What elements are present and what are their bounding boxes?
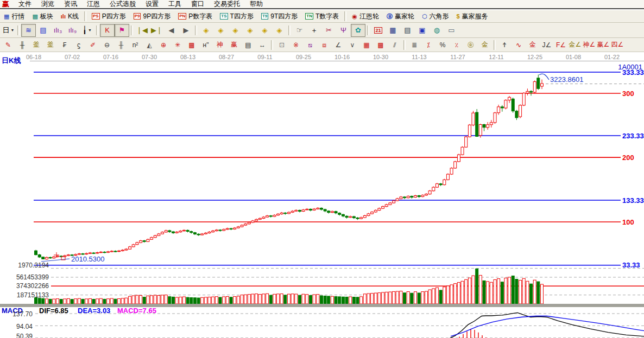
tab-gann-wheel[interactable]: ◉江恩轮 [348, 11, 383, 22]
gold-line-tool[interactable]: 金 [526, 39, 540, 51]
tab-p-table[interactable]: PNP数字表 [174, 11, 216, 22]
gann-flower-icon[interactable]: ✿ [351, 24, 365, 37]
info-panel-icon[interactable]: ▤ [36, 24, 50, 37]
bars-9-icon[interactable]: ılı₉ [65, 24, 80, 37]
tab-p-square[interactable]: PSP四方形 [88, 11, 130, 22]
four-angle-tool[interactable]: 四∠ [610, 39, 624, 51]
period-day-dropdown[interactable]: 日▼ [1, 24, 16, 37]
ying-angle-tool[interactable]: 赢∠ [596, 39, 610, 51]
tab-9p-square[interactable]: P99P四方形 [130, 11, 174, 22]
menu-item[interactable]: 资讯 [59, 0, 82, 9]
red-pen-tool[interactable]: ✎ [1, 39, 15, 51]
calendar-icon[interactable]: 21 [371, 24, 386, 37]
chart-annotations: 2010.5300 3223.8601 [41, 74, 644, 263]
svg-text:01-08: 01-08 [566, 54, 581, 60]
ying-tool[interactable]: 赢 [227, 39, 241, 51]
width-measure-tool[interactable]: ↔ [255, 39, 269, 51]
tab-t-square[interactable]: TST四方形 [216, 11, 257, 22]
h-quote-tool[interactable]: ʜ" [199, 39, 213, 51]
menu-item[interactable]: 工具 [163, 0, 186, 9]
spiral-tool[interactable]: ϛ [72, 39, 86, 51]
gann-ruler-tool[interactable]: ╫ [15, 39, 29, 51]
purple-band-icon[interactable]: Ψ [336, 24, 351, 37]
circle-ruler-tool[interactable]: ⊖ [100, 39, 114, 51]
hand-tool-icon[interactable]: ☞ [292, 24, 307, 37]
j-angle-tool[interactable]: J∠ [540, 39, 554, 51]
f-ruler-tool[interactable]: ₣ [58, 39, 72, 51]
angle-mirror-tool[interactable]: ◭ [142, 39, 156, 51]
tab-t-table[interactable]: TNT数字表 [301, 11, 343, 22]
gold-square-tool-2[interactable]: 釜 [43, 39, 58, 51]
pin-cut-icon[interactable]: ✂ [321, 24, 336, 37]
tab-kline-label: K线 [68, 12, 79, 21]
square-grid-tool[interactable]: ▩ [185, 39, 199, 51]
menu-item[interactable]: 文件 [14, 0, 36, 9]
fan-box-tool[interactable]: ⧅ [303, 39, 317, 51]
web-icon[interactable]: ◍ [430, 24, 444, 37]
menu-item[interactable]: 江恩 [82, 0, 105, 9]
tab-kline[interactable]: ılıK线 [57, 11, 83, 22]
kline-mode-icon[interactable]: K [100, 24, 115, 37]
prev-page-icon[interactable]: ◀ [164, 24, 179, 37]
menu-item[interactable]: 交易委托 [209, 0, 245, 9]
diamond-scroll-left-icon[interactable]: ◈ [199, 24, 213, 37]
kline-chart-canvas[interactable]: 06-1807-0207-1607-3008-1308-2709-1109-25… [0, 52, 644, 338]
candle-style-dropdown[interactable]: ╽▼ [80, 24, 94, 37]
percent-tool[interactable]: % [435, 39, 450, 51]
tab-hexagon[interactable]: ⬡六角形 [418, 11, 453, 22]
bars-3-icon[interactable]: ılı₃ [50, 24, 65, 37]
fan-lines-tool[interactable]: ※ [289, 39, 303, 51]
gold-circle-tool[interactable]: ㊎ [464, 39, 478, 51]
tab-9t-square[interactable]: T99T四方形 [257, 11, 301, 22]
shen-angle-tool[interactable]: 神∠ [582, 39, 596, 51]
trend-curve-icon[interactable]: ≋ [21, 24, 36, 37]
diamond-compress-icon[interactable]: ◈ [257, 24, 272, 37]
last-page-icon[interactable]: ▶❘ [149, 24, 164, 37]
toolbar-separator [494, 40, 496, 50]
box-select-tool[interactable]: ⊡ [275, 39, 289, 51]
ruler-123-tool[interactable]: ▤ [241, 39, 255, 51]
circle-cross-tool[interactable]: ⊕ [156, 39, 171, 51]
first-page-icon[interactable]: ❘◀ [135, 24, 149, 37]
v-lines-tool[interactable]: ∨ [345, 39, 359, 51]
tab-winner-service[interactable]: $赢家服务 [452, 11, 491, 22]
diamond-center-icon[interactable]: ◈ [243, 24, 257, 37]
menu-item[interactable]: 浏览 [36, 0, 59, 9]
parallel-lines-tool[interactable]: ⫽ [388, 39, 402, 51]
menu-item[interactable]: 公式选股 [105, 0, 141, 9]
wave-tool[interactable]: ∿ [512, 39, 526, 51]
fan-box2-tool[interactable]: ⧈ [317, 39, 331, 51]
shen-tool[interactable]: 神 [213, 39, 227, 51]
diamond-both-icon[interactable]: ◈ [228, 24, 243, 37]
tab-quotes[interactable]: ▦行情 [0, 11, 28, 22]
gold-angle2-tool[interactable]: 金∠ [568, 39, 582, 51]
save-icon[interactable]: ▣ [415, 24, 430, 37]
crosshair-icon[interactable]: ＋ [307, 24, 321, 37]
tick-ruler-tool[interactable]: ╫ [114, 39, 128, 51]
notes-icon[interactable]: ▤ [400, 24, 415, 37]
price-ladder-tool[interactable]: ≣ [407, 39, 421, 51]
print-icon[interactable]: ▭ [444, 24, 459, 37]
percent-ruler-tool[interactable]: ⁒ [421, 39, 435, 51]
f-angle-tool[interactable]: F∠ [554, 39, 568, 51]
menu-item[interactable]: 设置 [141, 0, 163, 9]
menu-item[interactable]: 帮助 [245, 0, 268, 9]
percent-line-tool[interactable]: ٪ [450, 39, 464, 51]
tab-sectors[interactable]: ▩板块 [28, 11, 56, 22]
volume-flag-icon[interactable]: ⚑ [115, 24, 129, 37]
gold-angle-tool[interactable]: 金 [478, 39, 492, 51]
diamond-scroll-right-icon[interactable]: ◈ [213, 24, 228, 37]
tab-winner-wheel[interactable]: Ⓑ赢家轮 [383, 11, 418, 22]
red-grid-tool-2[interactable]: ▩ [374, 39, 388, 51]
red-grid-tool-1[interactable]: ▦ [359, 39, 374, 51]
gold-square-tool-1[interactable]: 釜 [29, 39, 43, 51]
marker-pen-tool[interactable]: ✐ [86, 39, 100, 51]
diamond-expand-icon[interactable]: ◈ [272, 24, 287, 37]
gann-pen-tool[interactable]: Ϯ [497, 39, 512, 51]
menu-item[interactable]: 窗口 [186, 0, 209, 9]
next-page-icon[interactable]: ▶ [179, 24, 193, 37]
n-square-tool[interactable]: n² [128, 39, 142, 51]
star-grid-tool[interactable]: ✳ [171, 39, 185, 51]
angle-lines-tool[interactable]: ∠ [331, 39, 345, 51]
calculator-icon[interactable]: ▦ [386, 24, 400, 37]
